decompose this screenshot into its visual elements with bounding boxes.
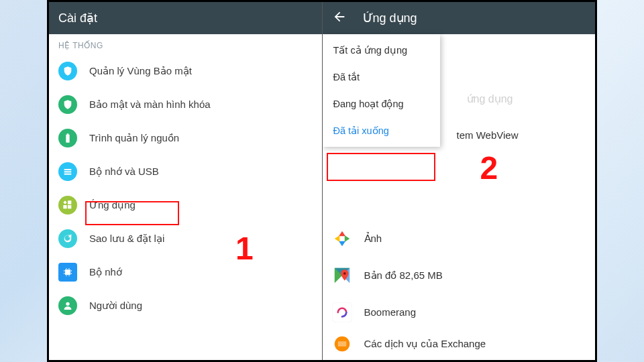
settings-item-label: Người dùng (89, 300, 313, 312)
settings-item-label: Sao lưu & đặt lại (89, 233, 313, 245)
appbar-title: Ứng dụng (363, 11, 417, 25)
step-number-2: 2 (480, 149, 498, 186)
user-icon (58, 296, 77, 315)
apps-icon (58, 196, 77, 215)
tutorial-frame: Cài đặt HỆ THỐNG Quản lý Vùng Bảo mật Bả… (47, 0, 597, 362)
ghost-row-1: ứng dụng (467, 93, 513, 105)
svg-rect-7 (332, 302, 352, 322)
settings-item-backup[interactable]: Sao lưu & đặt lại (49, 222, 322, 255)
app-row-exchange[interactable]: Các dịch vụ của Exchange (323, 330, 596, 357)
highlight-box-apps (85, 201, 179, 225)
shield-cog-icon (58, 62, 77, 80)
svg-rect-2 (64, 174, 72, 175)
settings-item-label: Bộ nhớ và USB (89, 166, 313, 178)
section-header-system: HỆ THỐNG (49, 34, 322, 54)
filter-downloaded[interactable]: Đã tải xuống (323, 117, 440, 144)
app-label: Ảnh (364, 233, 382, 245)
svg-rect-3 (65, 269, 70, 275)
settings-item-memory[interactable]: Bộ nhớ (49, 255, 322, 289)
svg-rect-1 (64, 171, 72, 172)
app-label-wrap: Bản đồ 82,65 MB (364, 269, 443, 282)
svg-point-6 (343, 272, 345, 275)
app-sublabel: 82,65 MB (400, 269, 443, 281)
settings-item-label: Trình quản lý nguồn (89, 132, 313, 144)
settings-item-users[interactable]: Người dùng (49, 289, 322, 322)
filter-all-apps[interactable]: Tất cả ứng dụng (323, 37, 440, 64)
appbar-apps: Ứng dụng (323, 2, 596, 34)
backup-icon (58, 229, 77, 248)
chip-icon (58, 263, 77, 282)
step-number-1: 1 (235, 230, 254, 267)
ghost-row-2: tem WebView (457, 129, 519, 141)
app-label: Các dịch vụ của Exchange (364, 338, 486, 350)
storage-icon (58, 162, 77, 181)
apps-panel: Ứng dụng ứng dụng tem WebView Tất cả ứng… (323, 2, 596, 360)
shield-icon (58, 95, 77, 114)
settings-item-storage-usb[interactable]: Bộ nhớ và USB (49, 155, 322, 188)
settings-item-security-lock[interactable]: Bảo mật và màn hình khóa (49, 88, 322, 121)
photos-icon (332, 229, 352, 249)
boomerang-icon (332, 302, 352, 322)
app-row-photos[interactable]: Ảnh (323, 220, 596, 257)
highlight-box-downloaded (327, 153, 435, 181)
app-list: Ảnh Bản đồ 82,65 MB Boomerang (323, 178, 596, 357)
settings-item-label: Quản lý Vùng Bảo mật (89, 65, 313, 77)
battery-icon (58, 129, 77, 147)
filter-dropdown: Tất cả ứng dụng Đã tắt Đang hoạt động Đã… (323, 34, 440, 147)
filter-running[interactable]: Đang hoạt động (323, 90, 440, 117)
app-label: Bản đồ (364, 269, 397, 281)
settings-item-label: Bảo mật và màn hình khóa (89, 99, 313, 111)
maps-icon (332, 265, 352, 286)
settings-item-security-zone[interactable]: Quản lý Vùng Bảo mật (49, 54, 322, 88)
settings-panel: Cài đặt HỆ THỐNG Quản lý Vùng Bảo mật Bả… (49, 2, 323, 360)
svg-rect-0 (64, 169, 72, 170)
app-label: Boomerang (364, 306, 417, 318)
back-icon[interactable] (332, 9, 347, 27)
app-row-boomerang[interactable]: Boomerang (323, 294, 596, 330)
appbar-title: Cài đặt (58, 11, 97, 25)
settings-item-power[interactable]: Trình quản lý nguồn (49, 121, 322, 155)
app-row-maps[interactable]: Bản đồ 82,65 MB (323, 257, 596, 294)
appbar-settings: Cài đặt (49, 2, 322, 34)
filter-disabled[interactable]: Đã tắt (323, 64, 440, 90)
exchange-icon (332, 334, 352, 354)
svg-point-4 (66, 302, 69, 306)
settings-item-label: Bộ nhớ (89, 266, 313, 278)
